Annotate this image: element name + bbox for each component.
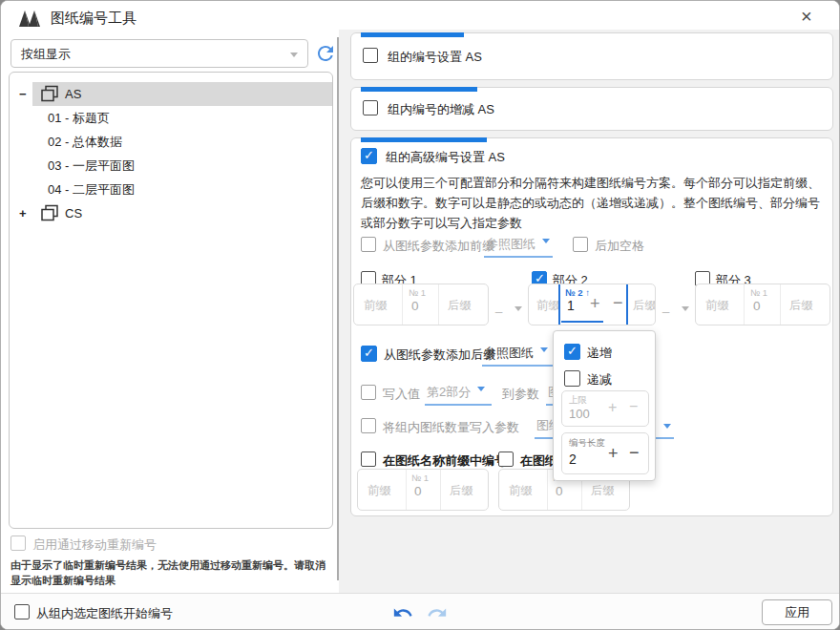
- number-label: № 1: [411, 472, 429, 483]
- sheet-group-icon: [40, 85, 59, 103]
- inner-increment-checkbox[interactable]: [363, 100, 378, 116]
- name-prefix-part-box: 前缀 № 1 0 后缀: [357, 469, 489, 511]
- suffix-param-value: 参照图纸: [484, 346, 534, 360]
- add-suffix-label: 从图纸参数添加后缀: [384, 346, 495, 364]
- card-inner-increment: 组内编号的增减 AS: [350, 87, 833, 131]
- group-label[interactable]: AS: [65, 82, 81, 106]
- inner-increment-label: 组内编号的增减 AS: [388, 101, 494, 118]
- group-numbering-checkbox[interactable]: [363, 48, 378, 63]
- increase-checkbox[interactable]: [564, 344, 580, 360]
- chevron-down-icon[interactable]: [682, 306, 689, 315]
- add-prefix-label: 从图纸参数添加前缀: [383, 238, 494, 255]
- tree-row-group-cs[interactable]: + CS: [10, 201, 332, 225]
- window-title: 图纸编号工具: [51, 10, 136, 28]
- group-numbering-label: 组的编号设置 AS: [388, 49, 482, 66]
- prefix-field[interactable]: 前缀: [509, 483, 533, 499]
- part2-number-value[interactable]: 1: [567, 298, 575, 313]
- part1-box: 前缀 № 1 0 后缀: [353, 284, 489, 326]
- to-parameter-label: 到参数: [502, 386, 539, 403]
- drawing-numbering-tool-window: 图纸编号工具 × 按组显示 − AS 01 - 标题页 02 - 总体数据 03: [0, 0, 840, 630]
- chevron-down-icon: [290, 52, 298, 61]
- undo-icon[interactable]: [392, 602, 413, 623]
- chevron-down-icon: [477, 387, 485, 395]
- sheet-count-checkbox[interactable]: [361, 418, 376, 433]
- sheet-label[interactable]: 03 - 一层平面图: [48, 154, 135, 178]
- separator-2[interactable]: _: [662, 299, 669, 313]
- tree-row-sheet[interactable]: 04 - 二层平面图: [10, 178, 332, 201]
- sheet-label[interactable]: 01 - 标题页: [48, 106, 110, 130]
- card-group-numbering: 组的编号设置 AS: [350, 32, 833, 80]
- tree-row-sheet[interactable]: 02 - 总体数据: [10, 130, 332, 154]
- decrement-button: −: [629, 398, 638, 415]
- write-value-checkbox[interactable]: [361, 385, 376, 400]
- panel-divider: [337, 37, 339, 580]
- increment-button[interactable]: +: [608, 445, 619, 462]
- separator-1[interactable]: _: [495, 299, 502, 313]
- part1-number-value[interactable]: 0: [411, 299, 419, 313]
- trailing-space-label: 后加空格: [595, 238, 644, 255]
- number-value[interactable]: 0: [414, 484, 422, 498]
- prefix-param-value: 参照图纸: [486, 237, 536, 251]
- chevron-down-icon: [663, 424, 671, 432]
- tree-row-group-as[interactable]: − AS: [10, 82, 332, 106]
- card-accent-bar: [361, 137, 487, 142]
- number-length-spinner: 编号长度 2 + −: [561, 432, 649, 474]
- number-in-name-checkbox[interactable]: [498, 452, 514, 467]
- sheet-label[interactable]: 02 - 总体数据: [48, 130, 122, 154]
- refresh-icon[interactable]: [314, 42, 337, 65]
- prefix-param-dropdown[interactable]: 参照图纸: [484, 236, 553, 258]
- chevron-down-icon[interactable]: [514, 306, 522, 315]
- number-length-value[interactable]: 2: [569, 452, 577, 467]
- part2-prefix-field[interactable]: 前缀: [536, 298, 560, 314]
- close-icon[interactable]: ×: [801, 6, 812, 28]
- sheet-label[interactable]: 04 - 二层平面图: [48, 178, 135, 201]
- part3-box: 前缀 № 1 0 后缀: [695, 284, 830, 326]
- apply-button[interactable]: 应用: [762, 599, 832, 625]
- temp-renumber-note: 由于显示了临时重新编号结果，无法使用通过移动重新编号。请取消显示临时重新编号结果: [10, 557, 331, 588]
- decrement-button[interactable]: −: [613, 294, 623, 311]
- expand-icon[interactable]: +: [19, 201, 27, 225]
- upper-limit-label: 上限: [569, 394, 587, 407]
- start-from-selected-checkbox[interactable]: [14, 604, 30, 620]
- part1-prefix-field[interactable]: 前缀: [364, 298, 388, 314]
- part3-prefix-field[interactable]: 前缀: [705, 298, 729, 314]
- upper-limit-value[interactable]: 100: [569, 407, 590, 421]
- enable-move-renumber-checkbox: [10, 536, 26, 551]
- increment-button[interactable]: +: [590, 295, 600, 312]
- decrement-button[interactable]: −: [629, 444, 640, 461]
- suffix-param-dropdown[interactable]: 参照图纸: [482, 345, 555, 367]
- part3-suffix-field[interactable]: 后缀: [789, 298, 813, 314]
- write-value-label: 写入值: [383, 386, 420, 403]
- number-value[interactable]: 0: [556, 484, 563, 498]
- suffix-field[interactable]: 后缀: [450, 483, 473, 499]
- chevron-down-icon: [540, 347, 548, 356]
- write-part-dropdown[interactable]: 第2部分: [425, 384, 492, 406]
- part3-number-value[interactable]: 0: [753, 299, 761, 313]
- write-part-value: 第2部分: [427, 385, 471, 399]
- collapse-icon[interactable]: −: [19, 82, 27, 106]
- add-suffix-checkbox[interactable]: [361, 346, 377, 362]
- number-in-prefix-checkbox[interactable]: [361, 452, 376, 467]
- card-accent-bar: [361, 32, 464, 37]
- prefix-field[interactable]: 前缀: [368, 483, 391, 499]
- suffix-field[interactable]: 后缀: [591, 483, 615, 499]
- part1-suffix-field[interactable]: 后缀: [448, 298, 472, 314]
- chevron-down-icon: [542, 239, 550, 247]
- redo-icon[interactable]: [427, 602, 448, 623]
- group-label[interactable]: CS: [65, 201, 82, 225]
- sheet-group-icon: [40, 204, 59, 222]
- part2-suffix-field[interactable]: 后缀: [633, 298, 656, 314]
- number-in-prefix-label: 在图纸名称前缀中编号: [383, 452, 507, 470]
- advanced-numbering-checkbox[interactable]: [361, 148, 377, 164]
- trailing-space-checkbox[interactable]: [573, 237, 588, 252]
- increment-button: +: [608, 399, 617, 416]
- decrease-checkbox[interactable]: [564, 370, 580, 387]
- add-prefix-checkbox[interactable]: [361, 237, 376, 252]
- part2-box: 前缀 № 2 ↑ 1 + − 后缀: [528, 284, 656, 326]
- tree-row-sheet[interactable]: 03 - 一层平面图: [10, 154, 332, 178]
- group-display-select[interactable]: 按组显示: [10, 39, 308, 68]
- focus-underline: [561, 321, 603, 323]
- footer-bar: 从组内选定图纸开始编号 应用: [1, 593, 840, 630]
- tree-row-sheet[interactable]: 01 - 标题页: [10, 106, 332, 130]
- decrease-label: 递减: [587, 371, 612, 388]
